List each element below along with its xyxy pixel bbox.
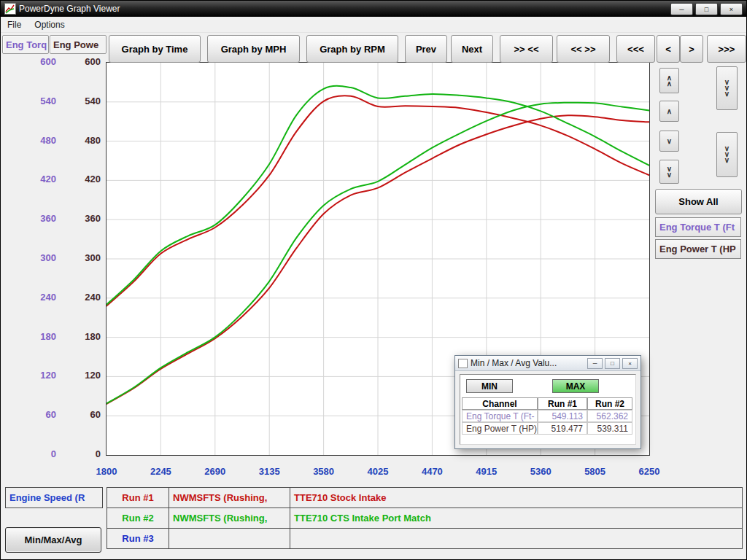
scroll-up-icon: ∧ xyxy=(667,109,672,114)
y-axis-torque-label: 300 xyxy=(27,252,56,265)
max-button[interactable]: MAX xyxy=(552,379,599,393)
run-description-3[interactable] xyxy=(290,528,743,549)
run-source-1[interactable]: NWMSFTS (Rushing, xyxy=(169,487,290,508)
y-axis-power-label: 240 xyxy=(71,292,101,305)
min-button[interactable]: MIN xyxy=(466,379,513,393)
y-axis-power-label: 0 xyxy=(71,448,101,462)
scroll-down-icon: ∨ xyxy=(667,139,672,144)
minmax-run2-value-1: 539.311 xyxy=(587,422,632,435)
run-label-1[interactable]: Run #1 xyxy=(107,487,169,508)
minmax-window-controls: ─□× xyxy=(587,358,638,369)
y-axis-torque-label: 360 xyxy=(27,213,56,226)
step-forward-button[interactable]: > xyxy=(680,35,703,63)
step-back-button[interactable]: < xyxy=(657,35,680,63)
minmax-window-titlebar[interactable]: Min / Max / Avg Valu... ─□× xyxy=(455,356,640,371)
y-axis-torque-label: 240 xyxy=(27,292,56,305)
x-axis-label: 4470 xyxy=(411,466,452,479)
y-axis-power-label: 600 xyxy=(71,56,101,69)
graph-by-rpm-button[interactable]: Graph by RPM xyxy=(306,35,398,63)
x-axis-label: 6250 xyxy=(629,466,670,479)
next-button[interactable]: Next xyxy=(451,35,493,63)
graph-by-mph-button[interactable]: Graph by MPH xyxy=(207,35,300,63)
maximize-button[interactable]: □ xyxy=(695,3,718,15)
jump-last-button[interactable]: >>> xyxy=(707,35,746,63)
close-button[interactable]: × xyxy=(720,3,743,15)
legend-torque[interactable]: Eng Torque T (Ft xyxy=(655,217,741,237)
minmax-table: ChannelRun #1Run #2Eng Torque T (Ft-549.… xyxy=(462,397,634,435)
y-axis-torque-label: 540 xyxy=(27,96,56,109)
x-axis-label: 3580 xyxy=(303,466,344,479)
minmax-run2-value-0: 562.362 xyxy=(587,410,632,422)
run-source-3[interactable] xyxy=(169,528,290,549)
scroll-double-up-button[interactable]: ∧ ∧ xyxy=(659,68,679,93)
jump-first-button[interactable]: <<< xyxy=(616,35,655,63)
y-axis-torque-label: 60 xyxy=(27,409,56,422)
x-channel-box[interactable]: Engine Speed (R xyxy=(5,487,103,508)
minmax-col-header-0: Channel xyxy=(462,397,538,410)
x-axis-label: 5805 xyxy=(575,466,616,479)
minmax-run1-value-0: 549.113 xyxy=(538,410,587,422)
minmaxavg-button[interactable]: Min/Max/Avg xyxy=(5,527,101,553)
minmax-col-header-1: Run #1 xyxy=(538,397,587,410)
x-axis-label: 3135 xyxy=(249,466,290,479)
graph-by-time-button[interactable]: Graph by Time xyxy=(109,35,201,63)
title-bar[interactable]: PowerDyne Graph Viewer ─□× xyxy=(1,1,746,17)
x-axis-label: 2690 xyxy=(195,466,236,479)
y-axis-torque-label: 600 xyxy=(27,56,56,69)
close-button[interactable]: × xyxy=(622,358,638,369)
minmax-channel-name-0: Eng Torque T (Ft- xyxy=(462,410,538,422)
channel-tab-torque[interactable]: Eng Torq xyxy=(2,35,49,54)
scroll-double-down-button[interactable]: ∨ ∨ xyxy=(659,160,679,184)
y-axis-power-label: 420 xyxy=(71,174,101,187)
menu-item-file[interactable]: File xyxy=(1,17,28,32)
y-axis-power-label: 300 xyxy=(71,252,101,265)
y-axis-torque-label: 480 xyxy=(27,135,56,148)
minimize-button[interactable]: ─ xyxy=(670,3,693,15)
y-axis-torque-label: 180 xyxy=(27,331,56,344)
minmax-run1-value-1: 519.477 xyxy=(538,422,587,435)
minmax-channel-name-1: Eng Power T (HP) xyxy=(462,422,538,435)
minmax-window: Min / Max / Avg Valu... ─□× MIN MAX Chan… xyxy=(454,355,641,449)
menu-item-options[interactable]: Options xyxy=(28,17,71,32)
expand-x-button[interactable]: << >> xyxy=(557,35,610,63)
x-axis-label: 4915 xyxy=(466,466,507,479)
show-all-button[interactable]: Show All xyxy=(655,189,742,214)
scroll-right-top-button[interactable]: ∨ ∨ ∨ xyxy=(716,66,738,110)
app-window: PowerDyne Graph Viewer ─□× FileOptions S… xyxy=(0,0,747,560)
scroll-up-button[interactable]: ∧ xyxy=(659,101,679,122)
scroll-right-bottom-button[interactable]: ∨ ∨ ∨ xyxy=(716,132,738,177)
scroll-down-button[interactable]: ∨ xyxy=(659,131,679,152)
x-axis-label: 1800 xyxy=(86,466,127,479)
run-label-3[interactable]: Run #3 xyxy=(107,528,169,549)
scroll-right-top-icon: ∨ ∨ ∨ xyxy=(724,79,729,97)
scroll-double-up-icon: ∧ ∧ xyxy=(667,75,672,87)
run-label-2[interactable]: Run #2 xyxy=(107,508,169,529)
prev-button[interactable]: Prev xyxy=(405,35,447,63)
run-description-2[interactable]: TTE710 CTS Intake Port Match xyxy=(290,508,743,529)
run-source-2[interactable]: NWMSFTS (Rushing, xyxy=(169,508,290,529)
y-axis-torque-label: 0 xyxy=(27,448,56,462)
maximize-button[interactable]: □ xyxy=(605,358,620,369)
y-axis-power-label: 480 xyxy=(71,135,101,148)
window-controls: ─□× xyxy=(670,3,743,15)
compress-x-button[interactable]: >> << xyxy=(500,35,553,63)
y-axis-power-label: 360 xyxy=(71,213,101,226)
legend-power[interactable]: Eng Power T (HP xyxy=(655,239,741,259)
minmax-window-icon xyxy=(458,359,468,368)
y-axis-power-label: 180 xyxy=(71,331,101,344)
y-axis-torque-label: 420 xyxy=(27,174,56,187)
channel-tab-power[interactable]: Eng Powe xyxy=(50,35,107,54)
x-axis-label: 5360 xyxy=(520,466,561,479)
minimize-button[interactable]: ─ xyxy=(587,358,603,369)
y-axis-power-label: 540 xyxy=(71,96,101,109)
minmax-window-body: MIN MAX ChannelRun #1Run #2Eng Torque T … xyxy=(460,374,636,445)
x-axis-label: 2245 xyxy=(140,466,181,479)
menu-bar: FileOptions xyxy=(1,17,746,33)
minmax-window-title: Min / Max / Avg Valu... xyxy=(471,358,557,368)
app-icon xyxy=(4,3,16,15)
minmax-col-header-2: Run #2 xyxy=(587,397,632,410)
run-description-1[interactable]: TTE710 Stock Intake xyxy=(290,487,743,508)
y-axis-power-label: 120 xyxy=(71,370,101,383)
y-axis-power-label: 60 xyxy=(71,409,101,422)
y-axis-torque-label: 120 xyxy=(27,370,56,383)
